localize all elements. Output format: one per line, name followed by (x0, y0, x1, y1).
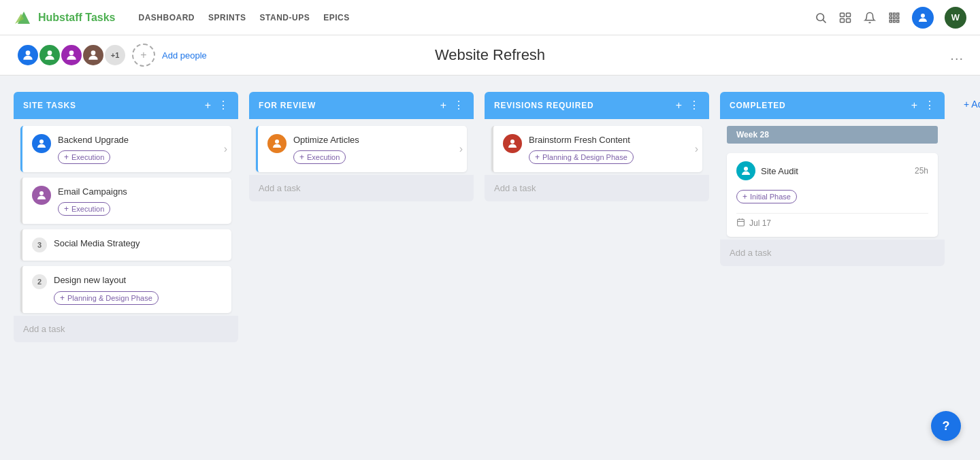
svg-rect-10 (897, 13, 899, 15)
bell-icon[interactable] (863, 11, 877, 24)
column-menu-button-site-tasks[interactable]: ⋮ (218, 100, 229, 111)
add-task-site-tasks[interactable]: Add a task (14, 316, 238, 342)
column-add-button-revisions[interactable]: + (676, 100, 682, 111)
column-body-completed: Week 28 Site Audit 25h + Initial Phase (720, 119, 945, 240)
more-options-button[interactable]: ... (950, 48, 964, 63)
task-tag-brainstorm[interactable]: + Planning & Design Phase (529, 150, 634, 164)
svg-point-24 (275, 139, 279, 144)
card-view-icon[interactable] (838, 11, 852, 24)
add-task-revisions[interactable]: Add a task (485, 175, 709, 201)
task-info-social: Social Media Strategy (54, 237, 222, 250)
task-info-brainstorm: Brainstorm Fresh Content + Planning & De… (529, 134, 693, 164)
task-info-backend: Backend Upgrade + Execution (58, 134, 222, 164)
svg-rect-13 (897, 16, 899, 18)
task-title-backend: Backend Upgrade (58, 134, 222, 146)
task-card-backend-upgrade[interactable]: Backend Upgrade + Execution › (20, 126, 231, 172)
task-card-design-layout[interactable]: 2 Design new layout + Planning & Design … (20, 266, 231, 312)
task-tag-email[interactable]: + Execution (58, 202, 110, 216)
column-add-button-site-tasks[interactable]: + (205, 100, 211, 111)
column-body-site-tasks: Backend Upgrade + Execution › (14, 119, 238, 316)
task-tag-optimize[interactable]: + Execution (293, 150, 346, 164)
logo[interactable]: Hubstaff Tasks (14, 7, 116, 28)
task-tag-site-audit[interactable]: + Initial Phase (736, 190, 797, 203)
project-header: +1 + Add people Website Refresh ... (0, 35, 980, 76)
column-title-for-review: FOR REVIEW (259, 101, 316, 110)
column-actions-for-review: + ⋮ (440, 100, 464, 111)
svg-point-23 (39, 191, 44, 195)
svg-rect-15 (894, 20, 896, 22)
column-header-revisions: REVISIONS REQUIRED + ⋮ (485, 92, 709, 119)
column-add-button-completed[interactable]: + (911, 100, 917, 111)
nav-standups[interactable]: STAND-UPS (260, 10, 310, 25)
column-actions-revisions: + ⋮ (676, 100, 700, 111)
task-title-site-audit: Site Audit (761, 166, 798, 176)
column-header-completed: COMPLETED + ⋮ (720, 92, 945, 119)
column-menu-button-for-review[interactable]: ⋮ (453, 100, 464, 111)
svg-point-22 (39, 139, 44, 144)
add-member-circle[interactable]: + (132, 44, 155, 67)
svg-rect-12 (894, 16, 896, 18)
column-body-revisions: Brainstorm Fresh Content + Planning & De… (485, 119, 709, 175)
add-people-button[interactable]: Add people (162, 50, 207, 61)
task-card-email-campaigns[interactable]: Email Campaigns + Execution (20, 178, 231, 224)
column-title-completed: COMPLETED (730, 101, 786, 110)
week-label: Week 28 (727, 126, 938, 144)
question-mark-icon: ? (943, 419, 950, 433)
search-icon[interactable] (814, 11, 828, 24)
logo-text: Hubstaff Tasks (38, 12, 116, 24)
task-tag-backend[interactable]: + Execution (58, 150, 110, 164)
member-avatar-3[interactable] (60, 44, 83, 67)
task-card-site-audit[interactable]: Site Audit 25h + Initial Phase Jul 17 (727, 153, 938, 237)
column-header-site-tasks: SITE TASKS + ⋮ (14, 92, 238, 119)
svg-line-3 (823, 20, 826, 22)
svg-point-19 (48, 50, 52, 55)
nav-dashboard[interactable]: DASHBOARD (139, 10, 195, 25)
add-task-completed[interactable]: Add a task (720, 240, 945, 266)
member-avatar-4[interactable] (82, 44, 105, 67)
svg-rect-5 (847, 13, 851, 16)
task-avatar-brainstorm (503, 134, 522, 153)
help-fab-button[interactable]: ? (931, 411, 961, 441)
column-menu-button-completed[interactable]: ⋮ (924, 100, 935, 111)
task-info-email: Email Campaigns + Execution (58, 186, 222, 216)
svg-rect-6 (840, 18, 845, 22)
task-hours-site-audit: 25h (915, 166, 928, 176)
calendar-icon-site-audit (736, 218, 745, 229)
nav-epics[interactable]: EPICS (323, 10, 350, 25)
column-for-review: FOR REVIEW + ⋮ Optimize Articles + Exe (249, 92, 474, 201)
svg-rect-4 (840, 13, 845, 16)
project-title: Website Refresh (435, 46, 545, 64)
user-avatar-nav[interactable] (912, 7, 934, 29)
user-avatar-w[interactable]: W (945, 7, 966, 29)
task-title-optimize: Optimize Articles (293, 134, 457, 146)
task-title-design: Design new layout (54, 274, 222, 286)
member-avatar-2[interactable] (38, 44, 61, 67)
column-menu-button-revisions[interactable]: ⋮ (689, 100, 700, 111)
nav-sprints[interactable]: SPRINTS (208, 10, 246, 25)
task-tag-design[interactable]: + Planning & Design Phase (54, 291, 159, 305)
task-card-brainstorm[interactable]: Brainstorm Fresh Content + Planning & De… (491, 126, 702, 172)
completed-task-top-site-audit: Site Audit 25h (736, 161, 928, 180)
task-avatar-optimize (267, 134, 287, 153)
add-column-button[interactable]: + Add (956, 93, 980, 115)
column-title-revisions: REVISIONS REQUIRED (494, 101, 593, 110)
nav-right-icons: W (814, 7, 966, 29)
svg-rect-8 (889, 13, 892, 15)
task-card-optimize-articles[interactable]: Optimize Articles + Execution › (256, 126, 467, 172)
task-avatar-backend (32, 134, 51, 153)
column-header-for-review: FOR REVIEW + ⋮ (249, 92, 474, 119)
hubstaff-logo-icon (14, 7, 34, 28)
task-card-social-media[interactable]: 3 Social Media Strategy (20, 229, 231, 261)
svg-point-21 (91, 50, 96, 55)
svg-point-26 (744, 167, 748, 171)
member-count-badge[interactable]: +1 (103, 44, 127, 67)
svg-rect-7 (847, 18, 851, 22)
svg-point-18 (26, 50, 31, 55)
grid-icon[interactable] (887, 11, 901, 24)
column-site-tasks: SITE TASKS + ⋮ Backend Upgrade + Execu (14, 92, 238, 342)
column-add-button-for-review[interactable]: + (440, 100, 446, 111)
column-revisions: REVISIONS REQUIRED + ⋮ Brainstorm Fresh … (485, 92, 709, 201)
member-avatar-1[interactable] (16, 44, 39, 67)
scroll-indicator-brainstorm: › (695, 143, 698, 155)
add-task-for-review[interactable]: Add a task (249, 175, 474, 201)
